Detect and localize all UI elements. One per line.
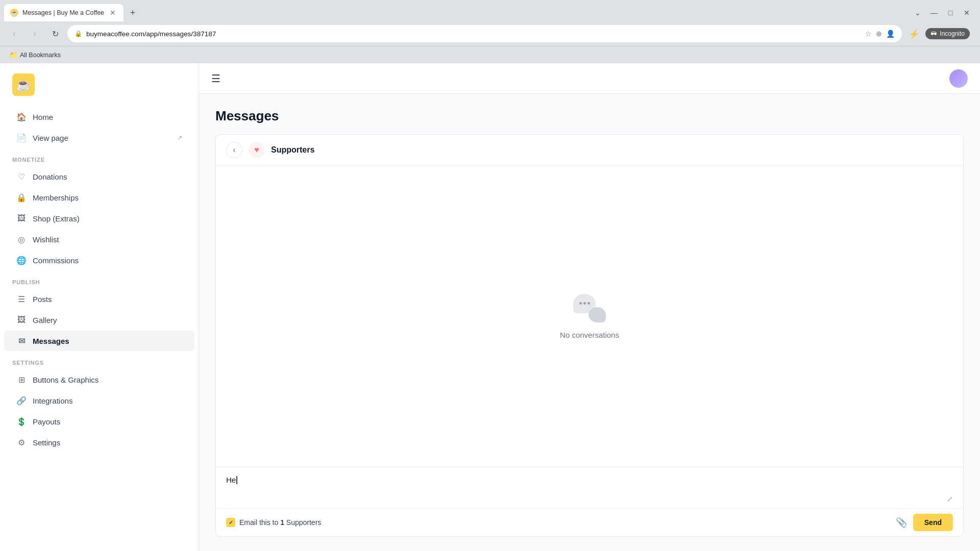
checkmark-icon: ✓ — [229, 519, 233, 526]
home-icon: 🏠 — [16, 112, 27, 122]
commissions-icon: 🌐 — [16, 255, 27, 265]
sidebar-nav: 🏠 Home 📄 View page ↗ MONETIZE ♡ Donation… — [0, 106, 199, 551]
sidebar-item-donations[interactable]: ♡ Donations — [4, 166, 194, 187]
sidebar-item-settings-label: Settings — [33, 438, 60, 447]
minimize-button[interactable]: — — [927, 6, 941, 20]
sidebar-item-payouts[interactable]: 💲 Payouts — [4, 411, 194, 432]
avatar-image — [949, 69, 968, 88]
browser-right-controls: ⚡ 🕶 Incognito — [906, 26, 974, 42]
active-tab[interactable]: ☕ Messages | Buy Me a Coffee ✕ — [4, 4, 124, 21]
bookmarks-folder-icon: 📁 — [9, 51, 18, 59]
sidebar-item-view-page-label: View page — [33, 134, 68, 142]
tab-bar: ☕ Messages | Buy Me a Coffee ✕ + ⌄ — □ ✕ — [0, 0, 980, 21]
payouts-icon: 💲 — [16, 416, 27, 427]
composer-footer: ✓ Email this to 1 Supporters 📎 Send — [216, 508, 963, 536]
bookmark-star-icon[interactable]: ☆ — [865, 30, 872, 38]
profile-icon[interactable]: 👤 — [886, 30, 895, 38]
sidebar-item-memberships[interactable]: 🔒 Memberships — [4, 187, 194, 208]
gallery-icon: 🖼 — [16, 315, 27, 325]
sidebar-item-wishlist-label: Wishlist — [33, 235, 59, 244]
sidebar-item-home-label: Home — [33, 113, 53, 121]
dot-2 — [583, 302, 586, 305]
logo-icon: ☕ — [12, 73, 35, 96]
bookmarks-label: All Bookmarks — [20, 52, 61, 59]
email-prefix: Email this to — [239, 518, 280, 527]
messages-panel: ‹ ♥ Supporters — [215, 134, 964, 537]
attach-button[interactable]: 📎 — [896, 517, 907, 528]
composer-input-area[interactable]: He ⤢ — [216, 467, 963, 508]
panel-header: ‹ ♥ Supporters — [216, 135, 963, 166]
back-nav-button[interactable]: ‹ — [6, 26, 22, 42]
email-count: 1 — [280, 518, 284, 527]
bookmarks-folder[interactable]: 📁 All Bookmarks — [6, 50, 64, 60]
buttons-graphics-icon: ⊞ — [16, 374, 27, 385]
tab-close-button[interactable]: ✕ — [108, 8, 117, 17]
forward-nav-button[interactable]: › — [27, 26, 43, 42]
send-button[interactable]: Send — [913, 514, 953, 531]
sidebar-item-gallery[interactable]: 🖼 Gallery — [4, 310, 194, 330]
sidebar-item-memberships-label: Memberships — [33, 193, 79, 202]
tab-list-button[interactable]: ⌄ — [911, 6, 925, 20]
page-body: Messages ‹ ♥ Supporters — [199, 94, 980, 551]
sidebar-item-buttons-graphics[interactable]: ⊞ Buttons & Graphics — [4, 369, 194, 390]
reload-button[interactable]: ↻ — [47, 26, 63, 42]
sidebar-item-integrations[interactable]: 🔗 Integrations — [4, 390, 194, 411]
dot-1 — [579, 302, 582, 305]
settings-icon: ⚙ — [16, 437, 27, 447]
speech-bubbles-graphic — [573, 294, 606, 322]
sidebar-item-commissions[interactable]: 🌐 Commissions — [4, 250, 194, 270]
sidebar-logo[interactable]: ☕ — [0, 63, 199, 106]
close-window-button[interactable]: ✕ — [960, 6, 974, 20]
integrations-icon: 🔗 — [16, 395, 27, 406]
user-avatar[interactable] — [949, 69, 968, 88]
new-tab-button[interactable]: + — [126, 6, 140, 20]
email-label: Email this to 1 Supporters — [239, 518, 321, 527]
tab-controls: ⌄ — □ ✕ — [911, 6, 980, 20]
panel-title: Supporters — [271, 145, 314, 155]
shop-icon: 🖼 — [16, 213, 27, 223]
page-title: Messages — [215, 108, 964, 124]
conversation-area: No conversations — [216, 166, 963, 467]
sidebar-item-view-page[interactable]: 📄 View page ↗ — [4, 128, 194, 148]
sidebar-item-shop[interactable]: 🖼 Shop (Extras) — [4, 208, 194, 229]
url-bar[interactable]: 🔒 buymeacoffee.com/app/messages/387187 ☆… — [67, 25, 902, 42]
maximize-button[interactable]: □ — [943, 6, 958, 20]
wishlist-icon: ◎ — [16, 234, 27, 244]
sidebar-item-integrations-label: Integrations — [33, 396, 72, 405]
main-content: ☰ Messages ‹ ♥ Supporters — [199, 63, 980, 551]
sidebar-item-home[interactable]: 🏠 Home — [4, 107, 194, 127]
monetize-section-label: MONETIZE — [0, 148, 199, 166]
address-bar: ‹ › ↻ 🔒 buymeacoffee.com/app/messages/38… — [0, 21, 980, 46]
sidebar-item-messages-label: Messages — [33, 337, 69, 345]
external-link-icon: ↗ — [177, 134, 182, 141]
sidebar-item-settings[interactable]: ⚙ Settings — [4, 432, 194, 453]
email-checkbox[interactable]: ✓ — [226, 518, 235, 527]
hamburger-button[interactable]: ☰ — [211, 72, 220, 85]
security-icon: 🔒 — [75, 30, 82, 37]
url-text: buymeacoffee.com/app/messages/387187 — [86, 30, 861, 38]
main-header: ☰ — [199, 63, 980, 94]
message-text: He — [226, 475, 236, 484]
sidebar-item-messages[interactable]: ✉ Messages — [4, 331, 194, 351]
no-conversations-text: No conversations — [560, 331, 619, 339]
url-actions: ☆ ⊕ 👤 — [865, 30, 895, 38]
heart-icon: ♥ — [254, 145, 259, 155]
bookmarks-bar: 📁 All Bookmarks — [0, 46, 980, 63]
supporters-icon-wrap: ♥ — [249, 142, 265, 158]
browser-chrome: ☕ Messages | Buy Me a Coffee ✕ + ⌄ — □ ✕… — [0, 0, 980, 63]
extensions-button[interactable]: ⚡ — [906, 26, 922, 42]
app-layout: ☕ 🏠 Home 📄 View page ↗ MONETIZE ♡ Donati… — [0, 63, 980, 551]
sidebar-item-wishlist[interactable]: ◎ Wishlist — [4, 229, 194, 249]
tab-favicon: ☕ — [10, 9, 18, 17]
page-icon: 📄 — [16, 133, 27, 143]
tab-title: Messages | Buy Me a Coffee — [22, 9, 104, 16]
incognito-badge[interactable]: 🕶 Incognito — [925, 28, 970, 39]
message-input[interactable]: He — [226, 475, 953, 496]
sidebar-item-posts[interactable]: ☰ Posts — [4, 289, 194, 309]
posts-icon: ☰ — [16, 294, 27, 304]
expand-button[interactable]: ⤢ — [947, 495, 953, 503]
extension-icon[interactable]: ⊕ — [876, 30, 882, 38]
sidebar-item-gallery-label: Gallery — [33, 316, 57, 324]
back-button[interactable]: ‹ — [226, 142, 242, 158]
incognito-icon: 🕶 — [930, 30, 937, 37]
